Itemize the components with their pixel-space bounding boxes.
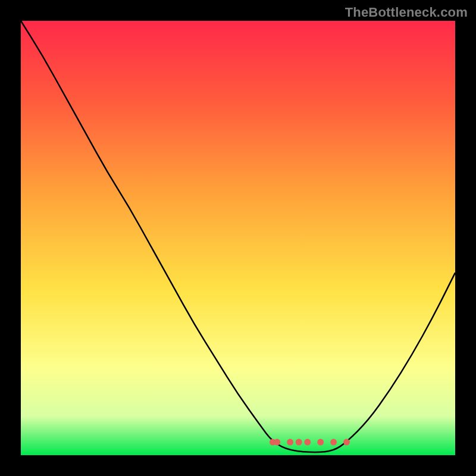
bottleneck-chart bbox=[0, 0, 476, 476]
low-region-marker bbox=[330, 439, 337, 446]
low-region-marker bbox=[343, 439, 350, 446]
low-region-marker bbox=[287, 439, 293, 446]
low-region-marker bbox=[317, 439, 324, 446]
chart-stage: TheBottleneck.com bbox=[0, 0, 476, 476]
watermark-label: TheBottleneck.com bbox=[345, 5, 468, 20]
low-region-marker bbox=[296, 439, 302, 446]
low-region-marker bbox=[304, 439, 311, 446]
low-region-marker bbox=[274, 439, 280, 446]
